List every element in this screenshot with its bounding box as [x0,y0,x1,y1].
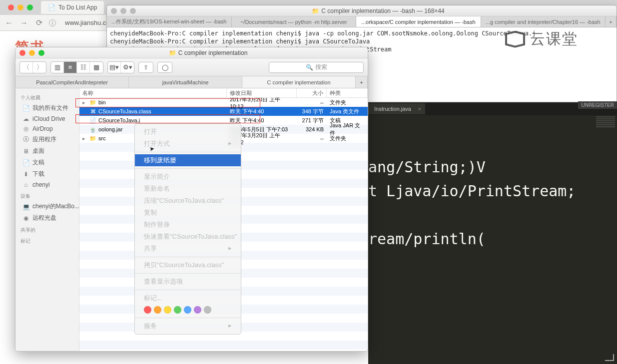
close-icon[interactable] [19,50,25,56]
menu-item[interactable]: 共享 [135,243,241,255]
empty-row [79,341,368,350]
arrange-icon[interactable]: ▤▾ [108,62,121,73]
close-icon[interactable]: × [418,106,421,112]
back-icon[interactable]: 〈 [20,62,33,73]
info-icon[interactable]: i [49,19,56,26]
new-tab-icon[interactable]: + [606,16,617,27]
minimap[interactable] [594,115,617,150]
sidebar-item[interactable]: Ⓐ应用程序 [15,134,79,145]
sidebar-item[interactable]: ⌂chenyi [15,180,79,190]
sidebar-item[interactable]: ☁︎iCloud Drive [15,114,79,124]
sidebar-item[interactable]: ◎AirDrop [15,124,79,134]
maximize-icon[interactable] [38,50,44,56]
icon-view-icon[interactable]: ▥ [51,62,64,73]
sidebar-item[interactable]: 📄我的所有文件 [15,102,79,114]
menu-item[interactable]: 压缩"CSourceToJava.class" [135,195,241,207]
close-icon[interactable] [8,4,14,10]
col-kind[interactable]: 种类 [327,88,368,97]
menu-item[interactable]: 快速查看"CSourceToJava.class" [135,231,241,243]
gallery-view-icon[interactable]: ▦ [90,62,103,73]
editor-tab[interactable]: Instruction.java × [368,103,425,114]
tag-icon[interactable] [194,306,201,314]
yunketang-watermark: 云课堂 [505,29,578,49]
sidebar-label: AirDrop [32,125,53,132]
menu-item[interactable]: 移到废纸篓 [135,154,241,166]
finder-tab[interactable]: javaVirtualMachine [129,76,242,88]
menu-item[interactable]: 查看显示选项 [135,276,241,288]
browser-tab[interactable]: 📄 To Do List App [41,1,104,14]
editor-body[interactable]: ang/String;)V t Ljava/io/PrintStream; re… [368,115,617,251]
menu-item[interactable]: 标记... [135,292,241,304]
file-row[interactable]: ⌘CSourceToJava.class昨天 下午4:40348 字节Java … [79,107,368,116]
file-name: CSourceToJava.class [98,108,151,114]
folder-icon: 📁 [169,49,176,56]
terminal-tab[interactable]: ...g compiler and intepreter/Chapter16 —… [481,16,606,27]
tag-icon[interactable] [174,306,181,314]
minimize-icon[interactable] [120,8,126,14]
minimize-icon[interactable] [29,50,35,56]
sidebar-item[interactable]: 🖥桌面 [15,145,79,157]
close-icon[interactable] [111,8,117,14]
minimize-icon[interactable] [17,4,23,10]
sidebar-heading: 个人收藏 [15,91,79,102]
action-icon[interactable]: ⚙▾ [121,62,134,73]
menu-item[interactable]: 制作替身 [135,219,241,231]
tag-icon[interactable] [184,306,191,314]
menu-item[interactable]: 打开方式 [135,138,241,150]
window-controls[interactable] [3,4,38,10]
terminal-tab[interactable]: ~/Documents/react — python -m http.serve… [232,16,357,27]
tag-icon[interactable] [144,306,151,314]
col-name[interactable]: 名称 [79,88,227,97]
finder-tab[interactable]: PascalCompilerAndIntepreter [15,76,129,88]
terminal-titlebar[interactable]: 📁 C compiler inplementation — -bash — 16… [107,5,617,16]
column-view-icon[interactable]: ☷ [77,62,90,73]
finder-titlebar[interactable]: 📁 C compiler inplementation [15,47,368,58]
disclosure-icon[interactable]: ▸ [82,99,87,106]
tag-icon[interactable] [204,306,211,314]
sidebar-item[interactable]: 📄文稿 [15,157,79,168]
menu-item[interactable]: 重新命名 [135,183,241,195]
maximize-icon[interactable] [130,8,136,14]
tag-icon[interactable] [154,306,161,314]
maximize-icon[interactable] [27,4,33,10]
finder-tab[interactable]: C compiler inplementation [242,76,356,88]
tag-icon[interactable] [164,306,171,314]
terminal-tabs: ...作系统/文档/19/OS-kernel-win-sheet — -bash… [107,16,617,27]
list-view-icon[interactable]: ≡ [64,62,77,73]
sidebar-icon: ⌂ [22,181,29,188]
share-icon[interactable]: ⇪ [138,62,153,73]
editor-window: UNREGISTER Instruction.java × ang/String… [368,102,617,364]
context-menu[interactable]: 打开打开方式移到废纸篓显示简介重新命名压缩"CSourceToJava.clas… [134,123,241,335]
sidebar-heading: 标记 [15,235,79,246]
menu-item[interactable]: 复制 [135,207,241,219]
search-placeholder: 搜索 [315,63,327,71]
column-header[interactable]: 名称 修改日期 大小 种类 [79,88,368,98]
nav-segment[interactable]: 〈 〉 [19,61,46,73]
reload-icon[interactable]: ⟳ [34,18,44,27]
search-field[interactable]: 🔍 搜索 [269,62,364,73]
file-row[interactable]: ▸📁bin2017年3月20日 上午10:12--文件夹 [79,98,368,107]
sidebar-item[interactable]: ◉远程光盘 [15,212,79,224]
terminal-tab[interactable]: ...作系统/文档/19/OS-kernel-win-sheet — -bash [107,16,232,27]
col-size[interactable]: 大小 [297,88,327,97]
yunketang-text: 云课堂 [530,29,578,49]
terminal-tab[interactable]: ...orkspace/C compiler inplementation — … [356,16,481,27]
new-tab-icon[interactable]: + [356,76,368,88]
tags-icon[interactable]: ◯ [157,62,172,73]
forward-icon[interactable]: → [19,18,29,27]
back-icon[interactable]: ← [4,18,14,27]
view-segment[interactable]: ▥ ≡ ☷ ▦ [50,61,103,73]
folder-icon: 📁 [312,7,319,14]
col-date[interactable]: 修改日期 [227,88,297,97]
disclosure-icon[interactable]: ▸ [82,135,87,142]
menu-item[interactable]: 打开 [135,126,241,138]
menu-item[interactable]: 服务 [135,320,241,332]
resize-icon[interactable] [605,354,614,361]
menu-item[interactable]: 拷贝"CSourceToJava.class" [135,259,241,271]
sidebar-item[interactable]: 💻chenyi的MacBo... [15,201,79,212]
sidebar-icon: 📄 [22,159,29,166]
arrange-segment[interactable]: ▤▾ ⚙▾ [107,61,134,73]
sidebar-item[interactable]: ⬇︎下载 [15,168,79,180]
forward-icon[interactable]: 〉 [33,62,46,73]
menu-item[interactable]: 显示简介 [135,171,241,183]
